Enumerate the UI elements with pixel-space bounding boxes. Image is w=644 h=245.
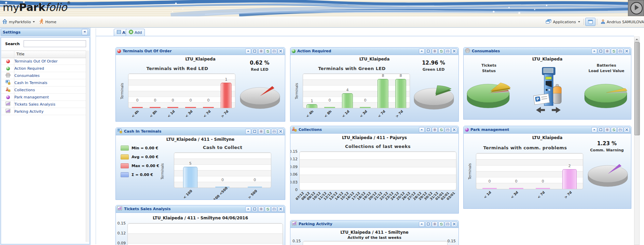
sidebar-collapse-button[interactable]: «: [82, 29, 88, 35]
refresh-button[interactable]: [265, 206, 271, 212]
maximize-button[interactable]: [425, 127, 431, 133]
settings-button[interactable]: [258, 206, 264, 212]
settings-button[interactable]: [604, 49, 610, 54]
printer-icon: [5, 73, 11, 79]
widget-header[interactable]: Park management: [464, 126, 631, 134]
close-button[interactable]: [278, 129, 284, 134]
bar: [203, 107, 214, 108]
print-button[interactable]: [271, 49, 277, 54]
print-button[interactable]: [445, 49, 451, 54]
refresh-button[interactable]: [438, 49, 444, 54]
bar: [509, 188, 523, 189]
widget-cash-in-terminals: Cash In Terminals LTU_Klaipeda / 411 - S…: [115, 127, 285, 200]
widget-header[interactable]: Collections: [290, 126, 458, 134]
maximize-button[interactable]: [598, 49, 604, 54]
refresh-button[interactable]: [265, 49, 271, 54]
x-axis-label: < 1d: [477, 190, 492, 205]
applications-menu[interactable]: Applications: [544, 18, 582, 26]
close-button[interactable]: [451, 127, 457, 133]
bar: [183, 167, 197, 188]
bar-chart-icon: [292, 221, 297, 227]
collapse-button[interactable]: [591, 127, 597, 133]
maximize-button[interactable]: [598, 127, 604, 133]
bar: [215, 187, 230, 188]
x-axis-label: < 3d: [179, 109, 193, 121]
sidebar-item-label: Parking Activity: [14, 109, 43, 114]
parking-ticket: P: [534, 94, 550, 105]
refresh-button[interactable]: [438, 221, 444, 227]
comm-problems-bar-chart: 0002< 1d< 3d< 7d> 7d: [476, 153, 583, 202]
bar-slot: 0: [206, 153, 238, 188]
print-button[interactable]: [617, 49, 623, 54]
print-button[interactable]: [271, 206, 277, 212]
ball-red-icon: [1, 59, 14, 63]
widget-header[interactable]: Action Required: [290, 47, 458, 55]
collapse-button[interactable]: [245, 129, 251, 134]
maximize-button[interactable]: [425, 221, 431, 227]
settings-button[interactable]: [604, 127, 610, 133]
toolbar: myParkfolio Home Applications Andrius SA…: [0, 16, 644, 28]
maximize-button[interactable]: [252, 49, 258, 54]
sidebar-scrollbar[interactable]: [86, 51, 89, 242]
refresh-button[interactable]: [265, 129, 271, 134]
bar-slot: 0: [321, 74, 339, 108]
layout-toggle-button[interactable]: [585, 18, 595, 26]
myparkfolio-menu[interactable]: myParkfolio: [0, 18, 37, 26]
close-button[interactable]: [624, 127, 630, 133]
scroll-up-button[interactable]: [634, 37, 639, 42]
settings-button[interactable]: [432, 221, 438, 227]
bar-value-label: 2: [556, 164, 583, 168]
bar-slot: 1: [303, 74, 321, 108]
user-menu[interactable]: Andrius SAMUILOVA: [599, 18, 644, 26]
bar-slot: 0: [476, 153, 503, 189]
scrollbar-thumb[interactable]: [634, 42, 640, 135]
refresh-button[interactable]: [438, 127, 444, 133]
sidebar-title: Settings: [3, 30, 82, 35]
bar-slot: 0: [182, 74, 200, 108]
print-button[interactable]: [617, 127, 623, 133]
widget-toolbar: [591, 49, 630, 54]
myparkfolio-menu-label: myParkfolio: [9, 20, 31, 24]
maximize-button[interactable]: [425, 49, 431, 54]
stat-label: Green LED: [410, 67, 457, 72]
settings-button[interactable]: [258, 49, 264, 54]
widget-header[interactable]: Parking Activity: [290, 220, 458, 228]
tab-add[interactable]: Add: [126, 29, 145, 36]
close-button[interactable]: [451, 49, 457, 54]
collapse-button[interactable]: [419, 221, 425, 227]
home-button[interactable]: Home: [37, 18, 58, 26]
print-button[interactable]: [271, 129, 277, 134]
y-axis-tick: 0: [295, 188, 298, 192]
widget-header[interactable]: Tickets Sales Analysis: [116, 205, 285, 213]
maximize-button[interactable]: [252, 206, 258, 212]
close-button[interactable]: [278, 49, 284, 54]
collapse-button[interactable]: [245, 49, 251, 54]
search-input[interactable]: [24, 40, 86, 47]
widget-header[interactable]: Terminals Out Of Order: [116, 47, 285, 55]
banner: myParkfolio®: [0, 0, 644, 16]
collapse-button[interactable]: [419, 49, 425, 54]
vertical-scrollbar[interactable]: [634, 37, 640, 245]
collapse-button[interactable]: [245, 206, 251, 212]
collapse-button[interactable]: [419, 127, 425, 133]
cash-icon: [1, 80, 14, 86]
print-button[interactable]: [445, 127, 451, 133]
collapse-button[interactable]: [591, 49, 597, 54]
widget-body: LTU_Klaipeda / 411 - Smiltyne Min = 0.00…: [116, 135, 285, 200]
close-button[interactable]: [624, 49, 630, 54]
widget-header[interactable]: Cash In Terminals: [116, 128, 285, 135]
close-button[interactable]: [451, 221, 457, 227]
y-axis-label: Terminals: [120, 81, 124, 101]
settings-button[interactable]: [432, 49, 438, 54]
y-axis-tick: 0.06: [290, 172, 298, 177]
print-button[interactable]: [445, 221, 451, 227]
banner-next-button[interactable]: [628, 0, 644, 16]
collections-plot: [299, 151, 456, 190]
widget-header[interactable]: Consumables: [464, 47, 631, 55]
refresh-button[interactable]: [611, 49, 617, 54]
close-button[interactable]: [278, 206, 284, 212]
settings-button[interactable]: [432, 127, 438, 133]
refresh-button[interactable]: [611, 127, 617, 133]
maximize-button[interactable]: [252, 129, 258, 134]
settings-button[interactable]: [258, 129, 264, 134]
